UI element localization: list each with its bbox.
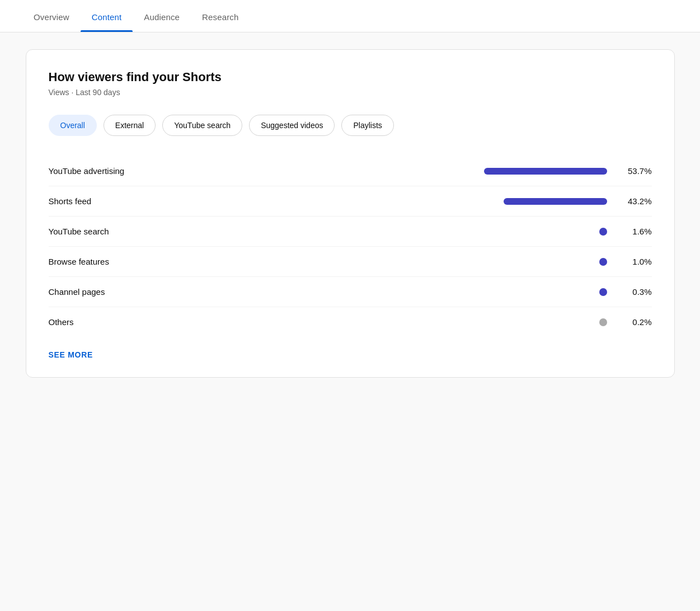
tab-overview[interactable]: Overview xyxy=(22,0,81,32)
card-subtitle: Views · Last 90 days xyxy=(49,88,652,97)
row-bar-youtube-advertising xyxy=(194,168,618,175)
see-more-button[interactable]: SEE MORE xyxy=(49,350,652,359)
row-label-youtube-advertising: YouTube advertising xyxy=(49,166,194,176)
filter-chips: Overall External YouTube search Suggeste… xyxy=(49,115,652,136)
chip-youtube-search[interactable]: YouTube search xyxy=(162,115,242,136)
table-row: Browse features 1.0% xyxy=(49,247,652,277)
row-dot-browse-features xyxy=(194,258,618,266)
tab-audience[interactable]: Audience xyxy=(133,0,191,32)
table-row: Channel pages 0.3% xyxy=(49,277,652,307)
main-card: How viewers find your Shorts Views · Las… xyxy=(26,49,675,378)
row-label-channel-pages: Channel pages xyxy=(49,287,194,297)
row-label-youtube-search: YouTube search xyxy=(49,227,194,236)
row-percent-youtube-advertising: 53.7% xyxy=(618,166,652,176)
chip-playlists[interactable]: Playlists xyxy=(341,115,393,136)
row-bar-shorts-feed xyxy=(194,198,618,205)
row-dot-others xyxy=(194,318,618,326)
row-label-shorts-feed: Shorts feed xyxy=(49,196,194,206)
row-label-browse-features: Browse features xyxy=(49,257,194,266)
table-row: YouTube search 1.6% xyxy=(49,217,652,247)
row-dot-youtube-search xyxy=(194,228,618,236)
row-label-others: Others xyxy=(49,317,194,327)
chip-external[interactable]: External xyxy=(104,115,156,136)
row-percent-others: 0.2% xyxy=(618,317,652,327)
row-percent-browse-features: 1.0% xyxy=(618,257,652,266)
chip-overall[interactable]: Overall xyxy=(49,115,97,136)
row-dot-channel-pages xyxy=(194,288,618,296)
row-percent-channel-pages: 0.3% xyxy=(618,287,652,297)
table-row: Others 0.2% xyxy=(49,307,652,337)
row-percent-shorts-feed: 43.2% xyxy=(618,196,652,206)
table-row: Shorts feed 43.2% xyxy=(49,186,652,217)
tab-research[interactable]: Research xyxy=(191,0,250,32)
table-row: YouTube advertising 53.7% xyxy=(49,156,652,186)
tab-content[interactable]: Content xyxy=(81,0,133,32)
card-title: How viewers find your Shorts xyxy=(49,70,652,84)
nav-tabs: Overview Content Audience Research xyxy=(0,0,700,32)
data-rows: YouTube advertising 53.7% Shorts feed 43… xyxy=(49,156,652,337)
row-percent-youtube-search: 1.6% xyxy=(618,227,652,236)
chip-suggested-videos[interactable]: Suggested videos xyxy=(249,115,335,136)
